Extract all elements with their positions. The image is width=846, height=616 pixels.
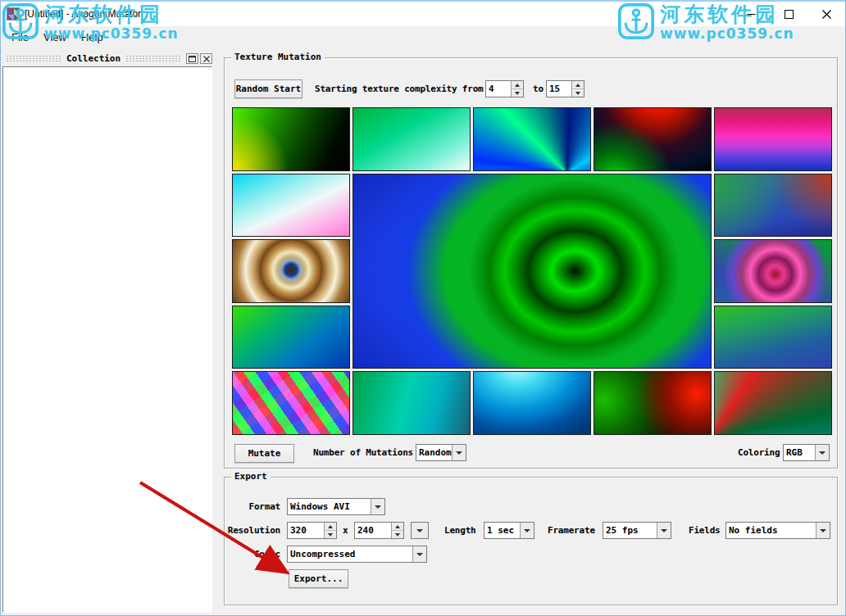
spin-up-icon[interactable]	[572, 81, 584, 89]
texture-thumbnail-5[interactable]	[714, 107, 832, 171]
texture-thumbnail-8[interactable]	[232, 239, 350, 303]
float-panel-button[interactable]	[186, 53, 198, 64]
texture-thumbnail-10[interactable]	[232, 306, 350, 369]
spinner-buttons	[391, 523, 403, 538]
complexity-to-value: 15	[547, 81, 571, 97]
spinner-buttons	[324, 523, 336, 538]
minimize-icon	[747, 10, 756, 19]
to-label: to	[533, 79, 544, 98]
texture-thumbnail-15[interactable]	[594, 371, 712, 435]
mutations-select[interactable]: Random	[416, 444, 466, 461]
complexity-from-spinner[interactable]: 4	[485, 80, 524, 97]
resolution-width-value: 320	[288, 523, 324, 538]
title-bar: [Untitled] - Axogon Mutator	[1, 2, 845, 26]
chevron-down-icon	[815, 445, 829, 460]
dock-grip-right[interactable]	[125, 55, 181, 62]
texture-thumbnail-2[interactable]	[352, 107, 471, 171]
format-label: Format	[226, 497, 280, 516]
close-icon	[822, 10, 831, 19]
codec-select[interactable]: Uncompressed	[287, 546, 427, 563]
close-panel-button[interactable]	[200, 53, 212, 64]
texture-grid	[232, 107, 832, 435]
spin-up-icon[interactable]	[325, 523, 336, 531]
spin-up-icon[interactable]	[512, 81, 523, 89]
texture-thumbnail-13[interactable]	[352, 371, 471, 435]
random-start-button[interactable]: Random Start	[234, 79, 302, 98]
dock-grip-left[interactable]	[6, 55, 61, 62]
spin-down-icon[interactable]	[512, 89, 523, 97]
format-select[interactable]: Windows AVI	[287, 498, 385, 515]
framerate-label: Framerate	[548, 521, 595, 540]
resolution-label: Resolution	[226, 521, 280, 540]
collection-list[interactable]	[2, 66, 212, 613]
chevron-down-icon	[371, 499, 384, 514]
menu-help[interactable]: Help	[74, 29, 111, 46]
chevron-down-icon	[412, 523, 428, 538]
menu-file[interactable]: File	[4, 29, 36, 46]
maximize-button[interactable]	[770, 2, 807, 26]
collection-panel-title: Collection	[65, 53, 122, 64]
length-value: 1 sec	[484, 523, 520, 538]
texture-thumbnail-16[interactable]	[714, 371, 832, 435]
texture-thumbnail-3[interactable]	[473, 107, 591, 171]
mutations-label: Number of Mutations	[313, 443, 413, 462]
framerate-select[interactable]: 25 fps	[603, 522, 671, 539]
resolution-height-value: 240	[355, 523, 391, 538]
spinner-buttons	[511, 81, 523, 97]
export-group-label: Export	[231, 471, 271, 482]
complexity-to-spinner[interactable]: 15	[546, 80, 584, 97]
menu-bar: File View Help	[1, 26, 845, 48]
resolution-height-spinner[interactable]: 240	[354, 522, 404, 539]
format-value: Windows AVI	[288, 499, 371, 514]
texture-thumbnail-1[interactable]	[232, 107, 350, 171]
chevron-down-icon	[452, 445, 466, 460]
texture-thumbnail-12[interactable]	[232, 371, 350, 435]
maximize-icon	[785, 10, 794, 19]
close-icon	[203, 56, 210, 62]
spinner-buttons	[571, 81, 584, 97]
texture-thumbnail-7[interactable]	[714, 174, 832, 238]
chevron-down-icon	[412, 546, 426, 562]
resolution-width-spinner[interactable]: 320	[287, 522, 337, 539]
spin-down-icon[interactable]	[392, 531, 403, 538]
texture-mutation-group-label: Texture Mutation	[231, 52, 325, 63]
texture-thumbnail-4[interactable]	[594, 107, 712, 171]
complexity-from-value: 4	[486, 81, 511, 97]
app-icon	[7, 7, 20, 20]
collection-panel-header[interactable]: Collection	[2, 52, 212, 65]
spin-down-icon[interactable]	[572, 89, 584, 97]
coloring-label: Coloring	[738, 443, 780, 462]
chevron-down-icon	[657, 523, 671, 538]
framerate-value: 25 fps	[603, 523, 657, 538]
spin-down-icon[interactable]	[325, 531, 336, 538]
export-button[interactable]: Export...	[289, 569, 348, 588]
codec-label: Codec	[226, 545, 280, 564]
window-title: [Untitled] - Axogon Mutator	[25, 8, 141, 20]
fields-select[interactable]: No fields	[725, 522, 830, 539]
minimize-button[interactable]	[732, 2, 770, 26]
length-select[interactable]: 1 sec	[484, 522, 534, 539]
codec-value: Uncompressed	[288, 546, 412, 562]
fields-label: Fields	[689, 521, 721, 540]
menu-view[interactable]: View	[36, 29, 74, 46]
texture-thumbnail-11[interactable]	[714, 306, 832, 369]
window-controls	[732, 2, 845, 26]
resolution-preset-button[interactable]	[411, 522, 429, 539]
coloring-select[interactable]: RGB	[783, 444, 830, 461]
close-button[interactable]	[807, 2, 845, 26]
mutate-button[interactable]: Mutate	[234, 444, 294, 463]
chevron-down-icon	[520, 523, 534, 538]
texture-thumbnail-9[interactable]	[714, 239, 832, 303]
spin-up-icon[interactable]	[392, 523, 403, 531]
chevron-down-icon	[816, 523, 830, 538]
texture-mutation-group: Texture Mutation Random Start Starting t…	[224, 57, 838, 469]
export-group: Export Format Windows AVI Resolution 320…	[224, 477, 838, 605]
mutations-value: Random	[416, 445, 452, 460]
texture-thumbnail-6[interactable]	[232, 174, 350, 238]
float-icon	[189, 56, 196, 62]
coloring-value: RGB	[784, 445, 815, 460]
texture-thumbnail-14[interactable]	[473, 371, 591, 435]
texture-preview[interactable]	[352, 174, 712, 369]
length-label: Length	[444, 521, 476, 540]
fields-value: No fields	[726, 523, 816, 538]
